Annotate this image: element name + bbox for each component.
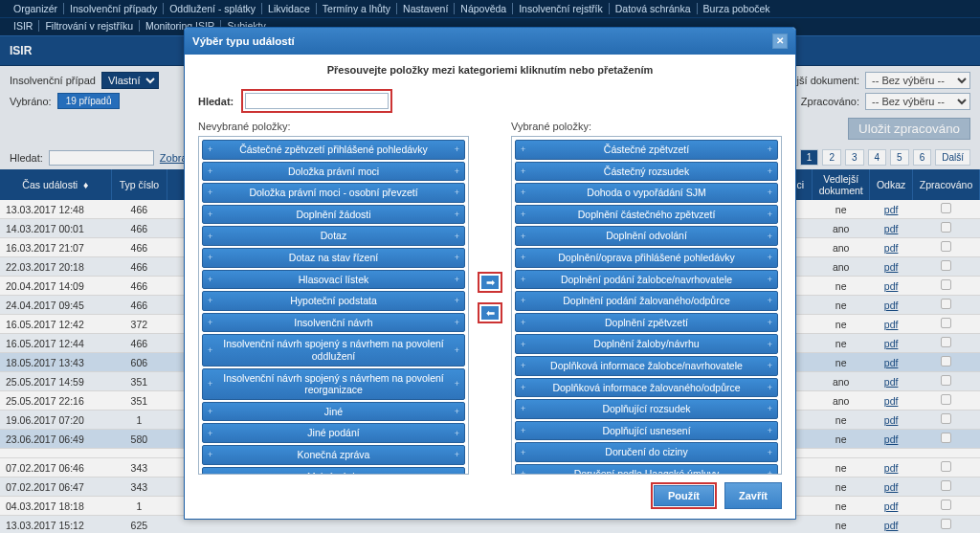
col-time[interactable]: Čas události ♦ — [0, 169, 111, 200]
pdf-link[interactable]: pdf — [884, 261, 899, 273]
topnav-item[interactable]: Nastavení — [397, 3, 455, 14]
processed-checkbox[interactable] — [941, 241, 951, 252]
list-item[interactable]: Jiné — [202, 402, 465, 422]
case-select[interactable]: Vlastní — [101, 72, 159, 89]
list-item[interactable]: Insolvenční návrh spojený s návrhem na p… — [202, 368, 465, 400]
pager-next[interactable]: Další — [935, 149, 970, 166]
list-item[interactable]: Částečné zpětvzetí přihlášené pohledávky — [202, 140, 465, 160]
list-item[interactable]: Hypoteční podstata — [202, 291, 465, 311]
list-item[interactable]: Doplňková informace žalovaného/odpůrce — [515, 378, 778, 398]
pdf-link[interactable]: pdf — [884, 280, 899, 292]
pager-page[interactable]: 2 — [822, 149, 841, 166]
list-item[interactable]: Doplňková informace žalobce/navrhovatele — [515, 356, 778, 376]
list-item[interactable]: Jiné podání — [202, 423, 465, 443]
list-item[interactable]: Doručení podle Haagské úmluvy — [515, 464, 778, 475]
topnav-item[interactable]: Burza poboček — [698, 3, 776, 14]
processed-checkbox[interactable] — [941, 203, 951, 213]
cases-count-button[interactable]: 19 případů — [57, 93, 121, 109]
list-item[interactable]: Doplnění odvolání — [515, 226, 778, 246]
list-item[interactable]: Doplnění podání žalobce/navrhovatele — [515, 270, 778, 290]
processed-checkbox[interactable] — [941, 480, 951, 491]
topnav-item[interactable]: Termíny a lhůty — [317, 3, 397, 14]
list-item[interactable]: Částečný rozsudek — [515, 162, 778, 182]
processed-checkbox[interactable] — [941, 413, 951, 424]
modal-close-button[interactable]: ✕ — [772, 33, 788, 49]
list-item[interactable]: Dohoda o vypořádání SJM — [515, 183, 778, 203]
col-sidedoc[interactable]: Vedlejší dokument — [813, 169, 870, 200]
save-processed-button[interactable]: Uložit zpracováno — [848, 118, 970, 140]
list-item[interactable]: Mylný zápis — [202, 467, 465, 476]
list-item[interactable]: Dotaz na stav řízení — [202, 248, 465, 268]
pdf-link[interactable]: pdf — [884, 462, 899, 474]
list-item[interactable]: Doplnění částečného zpětvzetí — [515, 205, 778, 225]
side-doc-select[interactable]: -- Bez výběru -- — [865, 72, 970, 89]
pdf-link[interactable]: pdf — [884, 319, 899, 330]
list-item[interactable]: Doplnění žaloby/návrhu — [515, 334, 778, 354]
processed-checkbox[interactable] — [941, 461, 951, 472]
pager-page[interactable]: 6 — [913, 149, 932, 166]
subnav-item[interactable]: Filtrování v rejstříku — [39, 20, 140, 32]
list-item[interactable]: Dotaz — [202, 226, 465, 246]
pdf-link[interactable]: pdf — [884, 500, 899, 512]
list-item[interactable]: Insolvenční návrh — [202, 313, 465, 333]
list-item[interactable]: Doložka právní moci - osobní převzetí — [202, 183, 465, 203]
topnav-item[interactable]: Datová schránka — [610, 3, 698, 14]
topnav-item[interactable]: Likvidace — [262, 3, 317, 14]
list-item[interactable]: Doplnění podání žalovaného/odpůrce — [515, 291, 778, 311]
list-item[interactable]: Konečná zpráva — [202, 445, 465, 465]
processed-checkbox[interactable] — [941, 375, 951, 386]
move-left-button[interactable]: ⬅ — [481, 306, 499, 320]
list-item[interactable]: Doplňující usnesení — [515, 421, 778, 441]
processed-select[interactable]: -- Bez výběru -- — [865, 93, 970, 110]
processed-checkbox[interactable] — [941, 337, 951, 347]
pdf-link[interactable]: pdf — [884, 376, 899, 388]
processed-checkbox[interactable] — [941, 299, 951, 309]
pager-page[interactable]: 5 — [890, 149, 909, 166]
list-item[interactable]: Doplňující rozsudek — [515, 399, 778, 419]
col-typ[interactable]: Typ číslo — [111, 169, 167, 200]
processed-checkbox[interactable] — [941, 394, 951, 405]
search-input[interactable] — [49, 150, 154, 166]
list-item[interactable]: Doručení do ciziny — [515, 442, 778, 462]
pdf-link[interactable]: pdf — [884, 481, 899, 493]
pdf-link[interactable]: pdf — [884, 357, 899, 368]
processed-checkbox[interactable] — [941, 222, 951, 233]
move-right-button[interactable]: ➡ — [481, 276, 499, 289]
topnav-item[interactable]: Oddlužení - splátky — [164, 3, 262, 14]
topnav-item[interactable]: Insolvenční případy — [64, 3, 164, 14]
list-item[interactable]: Doložka právní moci — [202, 162, 465, 182]
apply-button[interactable]: Použít — [654, 485, 714, 506]
pager-page[interactable]: 4 — [868, 149, 887, 166]
pdf-link[interactable]: pdf — [884, 242, 899, 254]
processed-checkbox[interactable] — [941, 356, 951, 366]
col-link[interactable]: Odkaz — [870, 169, 913, 200]
pdf-link[interactable]: pdf — [884, 204, 899, 215]
list-item[interactable]: Doplnění žádosti — [202, 205, 465, 225]
processed-checkbox[interactable] — [941, 500, 951, 510]
topnav-item[interactable]: Insolvenční rejstřík — [513, 3, 610, 14]
pdf-link[interactable]: pdf — [884, 223, 899, 234]
list-item[interactable]: Doplnění zpětvzetí — [515, 313, 778, 333]
subnav-item[interactable]: ISIR — [8, 20, 39, 32]
col-processed[interactable]: Zpracováno — [913, 169, 980, 200]
modal-search-input[interactable] — [245, 93, 389, 109]
list-item[interactable]: Hlasovací lístek — [202, 270, 465, 290]
pdf-link[interactable]: pdf — [884, 300, 899, 311]
unselected-listbox[interactable]: Částečné zpětvzetí přihlášené pohledávky… — [198, 136, 469, 475]
processed-checkbox[interactable] — [941, 279, 951, 290]
pager-page[interactable]: 3 — [845, 149, 864, 166]
processed-checkbox[interactable] — [941, 318, 951, 328]
list-item[interactable]: Částečné zpětvzetí — [515, 140, 778, 160]
close-button[interactable]: Zavřít — [724, 482, 782, 509]
pdf-link[interactable]: pdf — [884, 395, 899, 407]
pdf-link[interactable]: pdf — [884, 520, 899, 531]
list-item[interactable]: Insolvenční návrh spojený s návrhem na p… — [202, 334, 465, 366]
pdf-link[interactable]: pdf — [884, 433, 899, 445]
topnav-item[interactable]: Nápověda — [455, 3, 513, 14]
pager-page[interactable]: 1 — [800, 149, 819, 166]
pdf-link[interactable]: pdf — [884, 338, 899, 349]
list-item[interactable]: Doplnění/oprava přihlášené pohledávky — [515, 248, 778, 268]
processed-checkbox[interactable] — [941, 260, 951, 271]
processed-checkbox[interactable] — [941, 433, 951, 443]
processed-checkbox[interactable] — [941, 519, 951, 529]
